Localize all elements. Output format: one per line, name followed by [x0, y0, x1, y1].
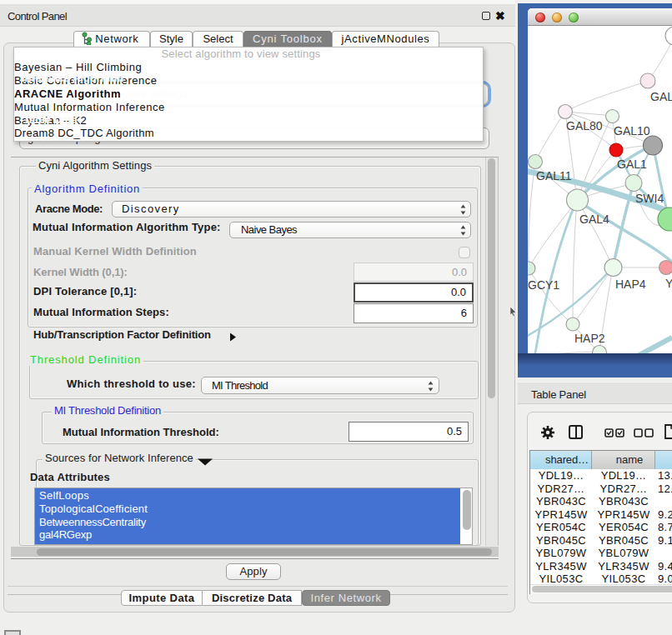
svg-text:GAL11: GAL11: [536, 169, 572, 182]
svg-text:Y: Y: [665, 277, 672, 290]
svg-text:GCY1: GCY1: [528, 278, 559, 292]
svg-text:GAL10: GAL10: [614, 124, 650, 138]
svg-text:HAP4: HAP4: [615, 278, 646, 291]
svg-text:GAL1: GAL1: [617, 158, 647, 171]
svg-text:GAL80: GAL80: [566, 119, 603, 132]
svg-text:HAP2: HAP2: [574, 332, 605, 345]
svg-text:SWI4: SWI4: [635, 192, 664, 205]
svg-text:GAL4: GAL4: [579, 212, 609, 226]
svg-text:GAL2: GAL2: [650, 90, 672, 103]
